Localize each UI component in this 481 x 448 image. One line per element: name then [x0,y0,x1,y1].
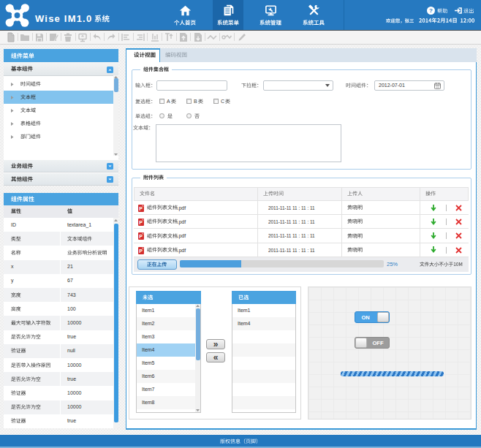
svg-text:P: P [139,234,143,239]
svg-text:P: P [139,248,143,254]
svg-text:P: P [139,206,143,211]
svg-text:?: ? [429,7,433,14]
svg-text:P: P [139,220,143,225]
